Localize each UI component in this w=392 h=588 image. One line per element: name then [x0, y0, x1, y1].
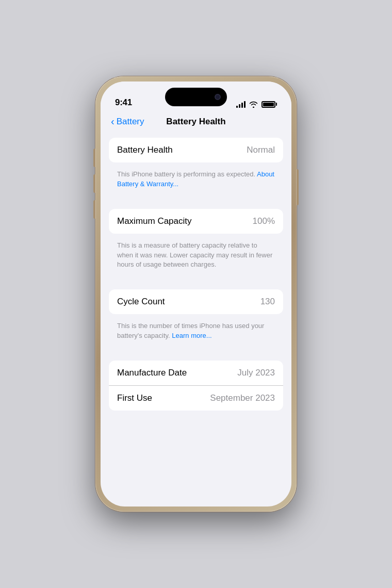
nav-title: Battery Health	[166, 117, 225, 127]
back-chevron-icon: ‹	[111, 116, 115, 127]
max-capacity-description: This is a measure of battery capacity re…	[109, 238, 283, 277]
first-use-row: First Use September 2023	[109, 385, 283, 411]
first-use-label: First Use	[117, 393, 152, 403]
max-capacity-section: Maximum Capacity 100% This is a measure …	[109, 209, 283, 277]
nav-bar: ‹ Battery Battery Health	[101, 112, 291, 134]
cycle-count-value: 130	[260, 297, 275, 307]
wifi-icon	[249, 101, 258, 108]
phone-device: 9:41	[95, 76, 297, 512]
signal-icon	[236, 101, 246, 108]
phone-screen: 9:41	[101, 81, 291, 507]
manufacture-date-row: Manufacture Date July 2023	[109, 361, 283, 385]
cycle-count-section: Cycle Count 130 This is the number of ti…	[109, 289, 283, 348]
battery-health-card: Battery Health Normal	[109, 138, 283, 162]
camera-dot	[215, 94, 221, 100]
battery-health-description: This iPhone battery is performing as exp…	[109, 167, 283, 197]
first-use-value: September 2023	[210, 393, 275, 403]
cycle-count-description: This is the number of times iPhone has u…	[109, 318, 283, 348]
status-icons	[236, 101, 277, 108]
dates-section: Manufacture Date July 2023 First Use Sep…	[109, 361, 283, 411]
status-bar: 9:41	[101, 81, 291, 112]
cycle-count-label: Cycle Count	[117, 297, 165, 307]
learn-more-link[interactable]: Learn more...	[172, 332, 211, 339]
cycle-count-card: Cycle Count 130	[109, 289, 283, 314]
dynamic-island	[165, 88, 227, 106]
max-capacity-card: Maximum Capacity 100%	[109, 209, 283, 234]
battery-icon	[262, 101, 277, 108]
dates-card: Manufacture Date July 2023 First Use Sep…	[109, 361, 283, 411]
cycle-count-row: Cycle Count 130	[109, 289, 283, 314]
max-capacity-label: Maximum Capacity	[117, 216, 192, 226]
content-area: Battery Health Normal This iPhone batter…	[101, 134, 291, 495]
max-capacity-value: 100%	[253, 216, 275, 226]
battery-health-section: Battery Health Normal This iPhone batter…	[109, 138, 283, 197]
max-capacity-row: Maximum Capacity 100%	[109, 209, 283, 234]
back-button-label: Battery	[117, 117, 144, 127]
status-time: 9:41	[115, 97, 132, 108]
manufacture-date-value: July 2023	[237, 368, 275, 378]
battery-health-row: Battery Health Normal	[109, 138, 283, 162]
battery-health-value: Normal	[247, 145, 275, 155]
manufacture-date-label: Manufacture Date	[117, 368, 187, 378]
battery-health-label: Battery Health	[117, 145, 173, 155]
back-button[interactable]: ‹ Battery	[111, 116, 144, 127]
